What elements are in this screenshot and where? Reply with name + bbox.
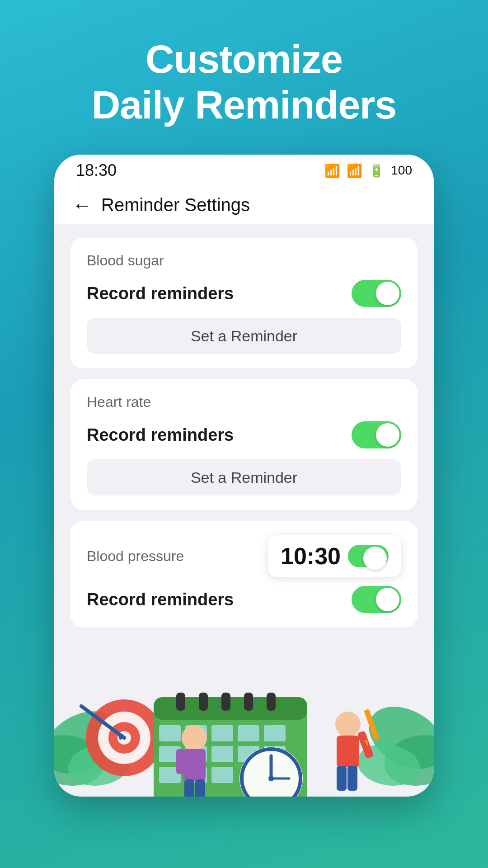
svg-rect-15	[199, 693, 208, 711]
status-bar: 18:30 📶 📶 🔋 100	[54, 155, 434, 186]
back-button[interactable]: ←	[72, 195, 92, 215]
svg-rect-19	[159, 725, 181, 741]
blood-sugar-set-reminder-button[interactable]: Set a Reminder	[87, 318, 401, 354]
svg-rect-21	[211, 725, 233, 741]
battery-icon: 🔋	[369, 163, 385, 178]
blood-sugar-reminders-row: Record reminders	[87, 280, 401, 307]
blood-sugar-label: Blood sugar	[87, 252, 401, 269]
heart-rate-label: Heart rate	[87, 394, 401, 410]
svg-rect-35	[197, 749, 206, 774]
svg-point-38	[335, 712, 361, 737]
phone-mockup: 18:30 📶 📶 🔋 100 ← Reminder Settings Bloo…	[54, 155, 434, 797]
hero-section: Customize Daily Reminders	[92, 0, 397, 127]
wifi-icon: 📶	[324, 163, 340, 178]
heart-rate-card: Heart rate Record reminders Set a Remind…	[70, 379, 418, 510]
heart-rate-reminders-row: Record reminders	[87, 421, 401, 448]
page-title: Reminder Settings	[101, 195, 250, 215]
battery-level: 100	[391, 163, 412, 178]
blood-pressure-toggle-badge[interactable]	[348, 545, 389, 567]
time-badge-value: 10:30	[281, 542, 341, 570]
svg-rect-26	[211, 746, 233, 762]
svg-rect-17	[244, 693, 253, 711]
svg-rect-44	[347, 766, 357, 791]
status-time: 18:30	[76, 161, 117, 180]
blood-pressure-label: Blood pressure	[87, 548, 184, 565]
svg-point-32	[182, 725, 207, 750]
svg-rect-37	[195, 779, 205, 797]
blood-sugar-set-reminder-label: Set a Reminder	[191, 327, 297, 345]
svg-rect-14	[176, 693, 185, 711]
svg-rect-31	[211, 767, 233, 783]
hero-title: Customize Daily Reminders	[92, 36, 397, 127]
status-icons: 📶 📶 🔋 100	[324, 163, 412, 178]
svg-rect-39	[337, 736, 359, 767]
blood-sugar-toggle[interactable]	[352, 280, 401, 307]
svg-rect-23	[264, 725, 286, 741]
svg-rect-43	[337, 766, 347, 791]
nav-bar: ← Reminder Settings	[54, 186, 434, 224]
illustration-svg	[54, 571, 434, 797]
heart-rate-set-reminder-label: Set a Reminder	[191, 469, 297, 486]
svg-rect-16	[221, 693, 230, 711]
svg-rect-34	[176, 749, 185, 774]
blood-sugar-card: Blood sugar Record reminders Set a Remin…	[70, 238, 418, 368]
svg-rect-22	[238, 725, 259, 741]
blood-sugar-reminders-label: Record reminders	[87, 284, 234, 303]
illustration-area	[54, 571, 434, 797]
svg-rect-36	[184, 779, 194, 797]
svg-rect-18	[267, 693, 276, 711]
signal-icon: 📶	[347, 163, 362, 178]
heart-rate-set-reminder-button[interactable]: Set a Reminder	[87, 459, 401, 495]
heart-rate-toggle[interactable]	[352, 421, 401, 448]
heart-rate-reminders-label: Record reminders	[87, 425, 234, 445]
